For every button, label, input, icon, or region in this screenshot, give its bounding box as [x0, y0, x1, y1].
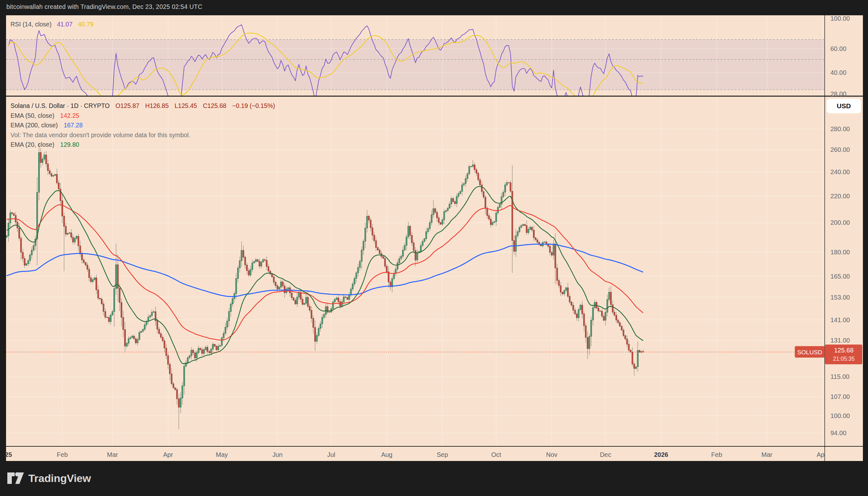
candle [178, 399, 180, 407]
candle [562, 292, 563, 294]
candle [576, 314, 578, 318]
candle [368, 216, 370, 220]
candle [630, 350, 632, 352]
candle [356, 273, 357, 278]
candle [427, 229, 429, 232]
candle [383, 257, 384, 259]
candle [612, 305, 613, 312]
currency-usd-button[interactable]: USD [826, 99, 861, 113]
candle [307, 297, 309, 306]
candle [253, 261, 255, 263]
candle [248, 270, 249, 275]
candle [124, 329, 126, 346]
volume-notice-row[interactable]: Vol: The data vendor doesn't provide vol… [11, 130, 275, 140]
candle [255, 260, 257, 262]
candle [523, 224, 524, 226]
ema200-legend-row[interactable]: EMA (200, close) 167.28 [11, 120, 275, 130]
candle [578, 310, 579, 318]
symbol-legend-row[interactable]: Solana / U.S. Dollar · 1D · CRYPTO O125.… [11, 101, 275, 111]
candle [623, 330, 624, 336]
candle [619, 323, 621, 326]
candle [74, 238, 76, 242]
candle [157, 321, 158, 329]
candle [485, 197, 486, 208]
ema20-legend-row[interactable]: EMA (20, close) 129.80 [11, 140, 275, 150]
svg-text:165.00: 165.00 [831, 273, 850, 280]
chart-canvas[interactable]: 100.0060.0040.0028.00280.00260.00240.002… [0, 0, 868, 496]
candle [65, 226, 66, 234]
candle [80, 246, 81, 254]
candle [329, 312, 330, 312]
candle [119, 288, 120, 303]
candle [121, 303, 122, 317]
rsi-band [6, 40, 825, 90]
svg-text:Jun: Jun [272, 451, 282, 458]
candle [200, 348, 201, 350]
candle [472, 165, 474, 167]
candle [327, 307, 328, 312]
candle [347, 297, 348, 299]
candle [582, 305, 583, 314]
candle [232, 299, 233, 304]
ema20-value: 129.80 [60, 141, 79, 148]
candle [26, 264, 27, 265]
candle [207, 347, 208, 352]
candle [444, 212, 445, 220]
svg-text:220.00: 220.00 [831, 192, 850, 200]
footer-brand[interactable]: TradingView [7, 471, 91, 485]
candle [250, 270, 251, 275]
candle [196, 353, 198, 358]
candle [252, 263, 253, 270]
candle [508, 182, 510, 183]
candle [367, 216, 368, 228]
candle [553, 244, 554, 255]
candle [563, 290, 565, 294]
candle [243, 250, 244, 257]
candle [203, 350, 205, 353]
candle [280, 282, 282, 287]
svg-text:180.00: 180.00 [831, 249, 850, 255]
candle [314, 328, 316, 342]
candle [569, 296, 570, 302]
candle [460, 191, 461, 193]
svg-text:260.00: 260.00 [831, 146, 850, 153]
candle [412, 235, 413, 243]
candle [345, 297, 346, 297]
candle [363, 241, 364, 250]
time-axis[interactable] [6, 446, 825, 461]
candle [625, 336, 626, 339]
candle [266, 260, 267, 267]
candle [194, 353, 196, 358]
candle [81, 254, 83, 260]
tradingview-logo-icon [7, 472, 24, 484]
candle [492, 222, 493, 225]
svg-text:SOLUSD: SOLUSD [797, 349, 822, 356]
candle [429, 222, 431, 229]
candle [137, 339, 138, 343]
candle [305, 297, 307, 304]
candle [90, 278, 92, 282]
candle [510, 183, 511, 191]
candle [610, 292, 612, 305]
candle [97, 290, 99, 298]
ohlc-open: O125.87 [115, 102, 139, 109]
ema200-value: 167.28 [64, 122, 83, 129]
candle [272, 274, 273, 277]
ema50-legend-row[interactable]: EMA (50, close) 142.25 [11, 111, 275, 121]
candle [241, 250, 242, 261]
candle [142, 329, 144, 331]
symbol-title: Solana / U.S. Dollar · 1D · CRYPTO [11, 102, 110, 109]
candle [126, 343, 127, 346]
svg-text:141.00: 141.00 [831, 316, 850, 323]
candle [135, 339, 137, 343]
candle [632, 352, 633, 364]
rsi-legend[interactable]: RSI (14, close) 41.07 40.79 [11, 21, 94, 28]
volume-notice: Vol: The data vendor doesn't provide vol… [11, 131, 190, 139]
price-axis[interactable] [825, 15, 863, 446]
candle [134, 336, 135, 339]
candle [160, 334, 161, 337]
svg-text:Aug: Aug [381, 451, 392, 458]
candle [533, 230, 534, 238]
svg-text:40.00: 40.00 [831, 69, 846, 76]
candle [180, 398, 181, 407]
